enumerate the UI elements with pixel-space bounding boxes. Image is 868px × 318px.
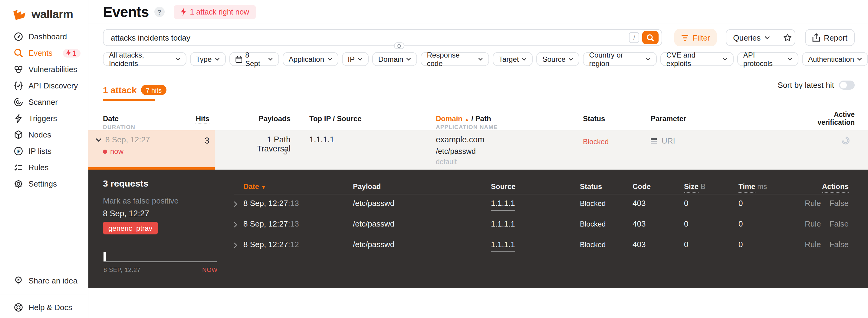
sort-asc-icon: ▲ bbox=[465, 117, 469, 122]
chevron-down-icon bbox=[723, 58, 727, 61]
chevron-down-icon bbox=[406, 58, 411, 61]
attack-domain: example.com bbox=[436, 135, 485, 144]
detail-col-payload: Payload bbox=[353, 182, 381, 191]
chip-all-attacks[interactable]: All attacks, Incidents bbox=[103, 52, 186, 66]
chip-ip[interactable]: IP bbox=[342, 52, 369, 66]
sidebar-item-rules[interactable]: Rules bbox=[0, 159, 88, 176]
search-button[interactable] bbox=[643, 31, 659, 44]
request-source[interactable]: 1.1.1.1 bbox=[491, 199, 515, 208]
sort-toggle[interactable] bbox=[839, 81, 855, 90]
false-action[interactable]: False bbox=[829, 240, 849, 249]
favorite-button[interactable] bbox=[776, 30, 795, 46]
biohazard-icon bbox=[14, 65, 23, 74]
lightning-icon bbox=[14, 114, 23, 123]
rule-action[interactable]: Rule bbox=[805, 199, 821, 208]
queries-button[interactable]: Queries bbox=[726, 30, 776, 46]
detail-header-divider bbox=[234, 194, 839, 195]
help-icon[interactable]: ? bbox=[154, 7, 164, 17]
chip-source[interactable]: Source bbox=[536, 52, 580, 66]
detail-col-actions[interactable]: Actions bbox=[822, 182, 849, 191]
attack-payload-count: 3 bbox=[236, 147, 290, 156]
sidebar-item-nodes[interactable]: Nodes bbox=[0, 126, 88, 143]
chip-response-code[interactable]: Response code bbox=[421, 52, 489, 66]
report-button[interactable]: Report bbox=[805, 29, 855, 46]
detail-col-source: Source bbox=[491, 182, 516, 191]
attack-row[interactable]: 8 Sep, 12:27 now 3 1 Path Traversal 3 1.… bbox=[88, 130, 868, 170]
live-dot-icon bbox=[103, 149, 107, 153]
detail-col-code: Code bbox=[632, 182, 651, 191]
search-input[interactable]: attacks incidents today / bbox=[103, 29, 662, 46]
chevron-down-icon bbox=[268, 58, 273, 61]
chip-authentication[interactable]: Authentication bbox=[802, 52, 868, 66]
chip-cve[interactable]: CVE and exploits bbox=[660, 52, 734, 66]
timeline-now-label: NOW bbox=[202, 266, 218, 273]
sidebar-item-triggers[interactable]: Triggers bbox=[0, 110, 88, 126]
request-size: 0 bbox=[684, 219, 688, 228]
page-title: Events bbox=[103, 3, 149, 20]
chip-date[interactable]: 8 Sept bbox=[229, 52, 279, 66]
dashboard-icon bbox=[14, 32, 23, 41]
chevron-right-icon[interactable] bbox=[234, 222, 237, 228]
chip-application[interactable]: Application bbox=[283, 52, 338, 66]
mark-false-positive-link[interactable]: Mark as false positive bbox=[103, 196, 179, 205]
sidebar-item-ip-lists[interactable]: IP IP lists bbox=[0, 143, 88, 159]
col-date[interactable]: Date bbox=[103, 114, 119, 123]
scanner-spiral-icon bbox=[14, 97, 23, 107]
sidebar-item-dashboard[interactable]: Dashboard bbox=[0, 28, 88, 45]
chip-api-protocols[interactable]: API protocols bbox=[737, 52, 798, 66]
sidebar-footer: Share an idea Help & Docs bbox=[0, 272, 88, 316]
chevron-down-icon bbox=[176, 58, 180, 61]
chip-type[interactable]: Type bbox=[190, 52, 225, 66]
sidebar-item-vulnerabilities[interactable]: Vulnerabilities bbox=[0, 61, 88, 78]
braces-check-icon bbox=[14, 81, 23, 90]
rule-action[interactable]: Rule bbox=[805, 240, 821, 249]
request-status: Blocked bbox=[580, 199, 606, 208]
chevron-right-icon[interactable] bbox=[234, 201, 237, 207]
filter-button[interactable]: Filter bbox=[675, 29, 717, 46]
search-value: attacks incidents today bbox=[111, 33, 629, 42]
false-action[interactable]: False bbox=[829, 199, 849, 208]
col-hits[interactable]: Hits bbox=[173, 114, 210, 123]
chip-target[interactable]: Target bbox=[493, 52, 533, 66]
false-action[interactable]: False bbox=[829, 219, 849, 228]
sidebar-nav: Dashboard Events 1 Vulnerabilities API D… bbox=[0, 28, 88, 192]
detail-col-date[interactable]: Date ▼ bbox=[243, 182, 266, 191]
chevron-down-icon bbox=[646, 58, 650, 61]
lightbulb-icon bbox=[14, 276, 23, 285]
checklist-icon bbox=[14, 163, 23, 172]
active-verification-spinner-icon[interactable] bbox=[841, 136, 850, 145]
sidebar-item-scanner[interactable]: Scanner bbox=[0, 94, 88, 110]
attack-alert-badge[interactable]: 1 attack right now bbox=[174, 4, 256, 19]
detail-col-time[interactable]: Time ms bbox=[739, 182, 767, 191]
request-actions: Rule False bbox=[805, 199, 849, 208]
request-code: 403 bbox=[632, 199, 646, 208]
list-icon bbox=[651, 138, 658, 144]
chip-domain[interactable]: Domain bbox=[372, 52, 417, 66]
shortcut-key-hint: / bbox=[629, 32, 640, 43]
detail-col-size[interactable]: Size B bbox=[684, 182, 706, 191]
sidebar-item-share-idea[interactable]: Share an idea bbox=[0, 272, 88, 289]
request-source[interactable]: 1.1.1.1 bbox=[491, 240, 515, 249]
chevron-down-icon bbox=[397, 46, 401, 48]
col-duration: DURATION bbox=[103, 123, 135, 130]
search-toolbar: attacks incidents today / Filter Queries bbox=[103, 29, 855, 46]
sidebar-item-api-discovery[interactable]: API Discovery bbox=[0, 78, 88, 94]
tab-attacks[interactable]: 1 attack 7 hits bbox=[103, 85, 166, 95]
col-application-name: APPLICATION NAME bbox=[436, 123, 498, 130]
request-source[interactable]: 1.1.1.1 bbox=[491, 219, 515, 228]
col-domain-path[interactable]: Domain ▲ / Path bbox=[436, 114, 491, 123]
wallarm-logo[interactable]: wallarm bbox=[13, 8, 73, 21]
rule-action[interactable]: Rule bbox=[805, 219, 821, 228]
sidebar: wallarm Dashboard Events 1 Vulnerabiliti… bbox=[0, 0, 88, 318]
search-expand-handle[interactable] bbox=[394, 42, 404, 49]
lifebuoy-icon bbox=[14, 303, 23, 312]
attack-type-tag[interactable]: generic_ptrav bbox=[103, 222, 158, 234]
sidebar-item-help-docs[interactable]: Help & Docs bbox=[0, 299, 88, 316]
chevron-right-icon[interactable] bbox=[234, 242, 237, 248]
chevron-down-icon bbox=[522, 58, 527, 61]
sidebar-item-label: Settings bbox=[28, 179, 57, 189]
chip-country[interactable]: Country or region bbox=[583, 52, 657, 66]
sidebar-item-events[interactable]: Events 1 bbox=[0, 45, 88, 61]
lightning-icon bbox=[180, 8, 186, 16]
sidebar-item-settings[interactable]: Settings bbox=[0, 176, 88, 192]
